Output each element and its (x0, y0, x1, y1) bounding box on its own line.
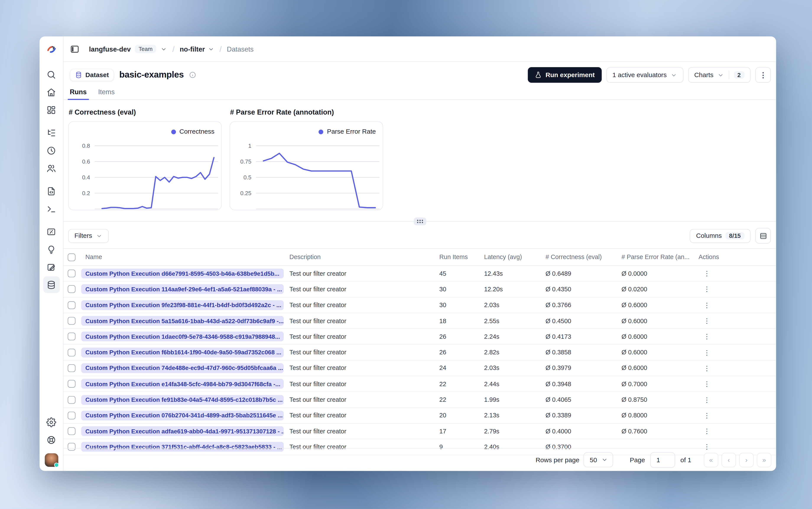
run-items-count: 20 (435, 412, 480, 419)
sidebar-item-support-lifebuoy[interactable] (43, 432, 60, 448)
prompts-file-code-icon (46, 186, 56, 196)
evaluators-icon (46, 227, 56, 237)
tab-items[interactable]: Items (98, 88, 114, 99)
row-actions-kebab[interactable]: ⋮ (703, 270, 711, 277)
run-experiment-button[interactable]: Run experiment (528, 67, 601, 83)
run-name-link[interactable]: Custom Python Execution 74de488e-ec9d-47… (81, 363, 284, 373)
sidebar-item-annotation[interactable] (43, 259, 60, 275)
table-row: Custom Python Execution 114aa9ef-29e6-4e… (64, 282, 776, 298)
row-actions-kebab[interactable]: ⋮ (703, 365, 711, 371)
playground-terminal-icon (46, 204, 56, 214)
run-latency: 2.82s (480, 349, 541, 356)
row-checkbox[interactable] (68, 285, 75, 293)
page-of-label: of 1 (680, 456, 691, 464)
row-actions-kebab[interactable]: ⋮ (703, 380, 711, 387)
sidebar-item-ideas-lightbulb[interactable] (43, 241, 60, 258)
chart-card: 0.20.40.60.8 Correctness (68, 121, 222, 210)
sidebar-item-settings-gear[interactable] (43, 414, 60, 430)
breadcrumb-datasets[interactable]: Datasets (227, 45, 253, 53)
row-checkbox[interactable] (68, 380, 75, 388)
sidebar-item-users[interactable] (43, 160, 60, 176)
page-number-input[interactable]: 1 (650, 452, 675, 468)
row-checkbox[interactable] (68, 301, 75, 309)
app-window: langfuse-dev Team / no-filter / Datasets (40, 36, 776, 471)
sidebar-item-playground-terminal[interactable] (43, 200, 60, 217)
first-page-button[interactable]: « (704, 452, 718, 467)
run-correctness-avg: Ø 0.3766 (541, 302, 617, 309)
langfuse-logo[interactable] (40, 36, 63, 62)
row-actions-kebab[interactable]: ⋮ (703, 396, 711, 403)
run-items-count: 26 (435, 333, 480, 340)
run-name-link[interactable]: Custom Python Execution 076b2704-341d-48… (81, 410, 284, 420)
run-parse-error-rate-avg: Ø 0.6000 (617, 333, 695, 340)
org-chevron-down-icon[interactable] (160, 45, 167, 52)
row-height-button[interactable] (755, 228, 771, 243)
charts-dropdown[interactable]: Charts 2 (688, 67, 751, 83)
legend-dot (171, 129, 176, 134)
row-checkbox[interactable] (68, 317, 75, 325)
row-actions-kebab[interactable]: ⋮ (703, 286, 711, 293)
sidebar-item-home[interactable] (43, 84, 60, 101)
run-name-link[interactable]: Custom Python Execution 9fe23f98-881e-44… (81, 300, 284, 310)
breadcrumb-org[interactable]: langfuse-dev (89, 45, 131, 53)
run-name-link[interactable]: Custom Python Execution 114aa9ef-29e6-4e… (81, 284, 284, 294)
run-name-link[interactable]: Custom Python Execution 5a15a616-1bab-44… (81, 316, 284, 326)
run-description: Test our filter creator (285, 396, 435, 403)
run-name-link[interactable]: Custom Python Execution adfae619-abb0-4d… (81, 426, 284, 436)
annotation-icon (46, 262, 56, 272)
sidebar-item-prompts-file-code[interactable] (43, 182, 60, 199)
last-page-button[interactable]: » (757, 452, 771, 467)
sidebar-item-dashboard[interactable] (43, 102, 60, 118)
sidebar-item-search[interactable] (43, 66, 60, 83)
run-latency: 2.03s (480, 365, 541, 372)
filters-button[interactable]: Filters (68, 229, 109, 243)
row-actions-kebab[interactable]: ⋮ (703, 412, 711, 419)
columns-button[interactable]: Columns 8/15 (690, 229, 750, 243)
tab-runs[interactable]: Runs (70, 88, 87, 99)
row-checkbox[interactable] (68, 270, 75, 277)
run-name-link[interactable]: Custom Python Execution f6bb1614-1f90-40… (81, 347, 284, 358)
row-checkbox[interactable] (68, 411, 75, 419)
user-avatar[interactable] (44, 453, 58, 467)
row-actions-kebab[interactable]: ⋮ (703, 349, 711, 355)
chart-title: # Correctness (eval) (69, 108, 222, 116)
row-actions-kebab[interactable]: ⋮ (703, 317, 711, 324)
svg-text:0.75: 0.75 (240, 158, 251, 165)
row-checkbox[interactable] (68, 364, 75, 372)
sidebar-item-tracing[interactable] (43, 124, 60, 141)
sidebar-item-evaluators[interactable] (43, 223, 60, 240)
run-name-link[interactable]: Custom Python Execution fe91b83e-04a5-47… (81, 395, 284, 405)
table-toolbar: Filters Columns 8/15 (64, 227, 776, 244)
run-name-link[interactable]: Custom Python Execution e14fa348-5cfc-49… (81, 379, 284, 389)
sidebar-item-datasets-database[interactable] (43, 276, 60, 293)
run-parse-error-rate-avg: Ø 0.0200 (617, 286, 695, 293)
run-parse-error-rate-avg: Ø 0.6000 (617, 317, 695, 325)
more-actions-kebab-button[interactable]: ⋮ (755, 67, 771, 83)
sidebar-toggle-icon[interactable] (70, 44, 80, 54)
row-actions-kebab[interactable]: ⋮ (703, 428, 711, 435)
row-checkbox[interactable] (68, 348, 75, 356)
resize-drag-handle[interactable] (414, 217, 426, 225)
row-actions-kebab[interactable]: ⋮ (703, 302, 711, 308)
breadcrumb-project[interactable]: no-filter (180, 45, 214, 53)
select-all-checkbox[interactable] (68, 253, 75, 261)
row-checkbox[interactable] (68, 396, 75, 404)
run-items-count: 45 (435, 270, 480, 277)
run-name-link[interactable]: Custom Python Execution d66e7991-8595-45… (81, 269, 284, 278)
next-page-button[interactable]: › (739, 452, 754, 467)
run-latency: 1.99s (480, 396, 541, 403)
row-checkbox[interactable] (68, 427, 75, 435)
sidebar-item-sessions-clock[interactable] (43, 142, 60, 159)
run-correctness-avg: Ø 0.3979 (541, 365, 617, 372)
previous-page-button[interactable]: ‹ (721, 452, 736, 467)
rows-per-page-select[interactable]: 50 (583, 452, 613, 467)
info-icon[interactable] (189, 71, 196, 79)
row-actions-kebab[interactable]: ⋮ (703, 333, 711, 340)
run-name-link[interactable]: Custom Python Execution 1daec0f9-5e78-43… (81, 332, 284, 342)
run-correctness-avg: Ø 0.4065 (541, 396, 617, 403)
row-checkbox[interactable] (68, 333, 75, 340)
breadcrumb-separator: / (172, 44, 174, 53)
datasets-database-icon (46, 280, 56, 290)
run-correctness-avg: Ø 0.4500 (541, 317, 617, 325)
active-evaluators-dropdown[interactable]: 1 active evaluators (606, 67, 683, 83)
